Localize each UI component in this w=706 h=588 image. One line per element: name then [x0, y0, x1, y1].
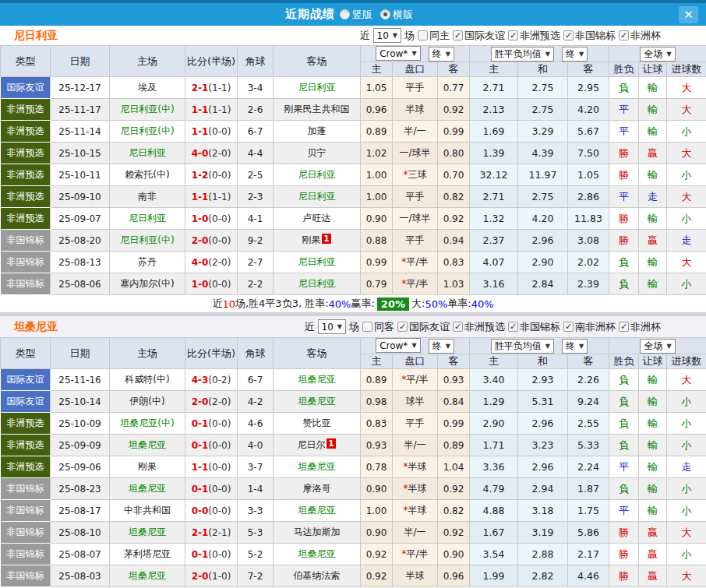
avg-draw-cell: 4.39: [518, 143, 568, 164]
table-row: 非洲预选25-10-09坦桑尼亚(中)0-1(0-0)4-6赞比亚0.83平手0…: [1, 413, 706, 435]
chevron-down-icon: ▼: [446, 343, 450, 350]
outcome-cell: 勝: [609, 164, 639, 186]
type-cell: 非国锦标: [1, 252, 51, 273]
away-team-cell: 赞比亚: [274, 413, 361, 435]
corners-cell: 2-2: [238, 273, 274, 295]
match-count-select[interactable]: 10▼: [373, 28, 401, 43]
outcome-cell: 勝: [609, 544, 639, 565]
team-label: 中非共和国: [124, 505, 171, 516]
date-cell: 25-08-20: [51, 230, 110, 252]
table-row: 国际友谊25-12-17埃及2-1(1-1)3-4尼日利亚1.05平手0.772…: [1, 77, 706, 99]
score-cell: 1-2(0-0): [185, 164, 238, 186]
home-team-cell: 伊朗(中): [110, 391, 185, 413]
home-team-cell: 尼日利亚(中): [110, 230, 185, 252]
avg-lose-cell: 7.50: [568, 143, 609, 164]
summary-segment: 40%: [471, 298, 494, 310]
home-team-cell: 坦桑尼亚: [110, 435, 185, 456]
competition-checkbox[interactable]: 非洲杯: [619, 29, 661, 43]
final-odds-select[interactable]: 终▼: [429, 339, 454, 354]
chevron-down-icon: ▼: [666, 343, 671, 350]
same-venue-checkbox[interactable]: 同客: [362, 320, 394, 334]
filter-near-label: 近: [360, 29, 370, 43]
competition-checkbox[interactable]: 非洲预选: [453, 320, 505, 334]
away-odds-cell: 0.92: [438, 522, 470, 544]
date-cell: 25-09-06: [51, 456, 110, 478]
checkbox-icon: [619, 30, 629, 40]
col-handicap-result: 让球: [639, 62, 667, 77]
avg-final-select[interactable]: 终▼: [562, 47, 588, 62]
bookmaker-select[interactable]: Crow*▼: [376, 338, 420, 353]
scope-select[interactable]: 全场▼: [640, 339, 675, 354]
away-odds-cell: 0.99: [438, 121, 470, 143]
halftime-score: (2-0): [208, 396, 231, 407]
bookmaker-select[interactable]: Crow*▼: [376, 46, 420, 61]
checkbox-label: 非国锦标: [520, 320, 560, 334]
corners-cell: 6-7: [238, 121, 274, 143]
handicap-result-cell: 輸: [639, 99, 667, 121]
competition-checkbox[interactable]: 国际友谊: [453, 29, 505, 43]
layout-radio-option[interactable]: 横版: [380, 8, 413, 22]
avg-type-select[interactable]: 胜平负均值▼: [491, 47, 554, 62]
competition-checkbox[interactable]: 非国锦标: [508, 320, 560, 334]
score-cell: 1-0(0-0): [185, 273, 238, 295]
final-odds-select[interactable]: 终▼: [429, 47, 454, 62]
record-summary: 近10场,胜4平3负3, 胜率:40% 赢率:20% 大:50% 单率:40%: [0, 295, 706, 312]
handicap-result-cell: 輸: [639, 164, 667, 186]
away-team-cell: 坦桑尼亚: [274, 544, 361, 565]
avg-win-cell: 1.67: [470, 522, 518, 544]
checkbox-icon: [397, 322, 408, 332]
checkbox-label: 非洲杯: [630, 320, 661, 334]
goals-result-cell: 大: [667, 99, 706, 121]
halftime-score: (0-0): [208, 462, 231, 473]
checkbox-label: 同客: [374, 320, 394, 334]
competition-checkbox[interactable]: 南非洲杯: [563, 320, 616, 334]
avg-lose-cell: 2.26: [568, 369, 609, 391]
fulltime-score: 0-0: [192, 505, 209, 516]
summary-segment: 近: [212, 297, 222, 311]
team-label: 坦桑尼亚: [129, 439, 166, 450]
date-cell: 25-09-07: [51, 208, 110, 230]
avg-group-header: 胜平负均值▼ 终▼: [470, 338, 609, 354]
col-home: 主场: [110, 338, 185, 369]
chevron-down-icon: ▼: [411, 342, 416, 349]
scope-select[interactable]: 全场▼: [640, 47, 675, 62]
corners-cell: 7-2: [238, 565, 274, 587]
fulltime-score: 0-1: [192, 484, 209, 495]
score-cell: 1-1(0-0): [185, 121, 238, 143]
fulltime-score: 4-0: [192, 148, 209, 159]
checkbox-icon: [563, 30, 574, 40]
score-cell: 2-0(2-0): [185, 391, 238, 413]
col-handicap: 盘口: [393, 354, 438, 369]
outcome-cell: 負: [609, 478, 639, 500]
competition-checkbox[interactable]: 国际友谊: [397, 320, 450, 334]
score-cell: 4-0(2-0): [185, 252, 238, 273]
halftime-score: (2-1): [208, 527, 231, 538]
fulltime-score: 1-1: [192, 126, 209, 137]
chevron-down-icon: ▼: [337, 323, 342, 330]
team-name: 尼日利亚: [14, 29, 58, 43]
competition-checkbox[interactable]: 非洲杯: [619, 320, 661, 334]
close-button[interactable]: ✕: [679, 6, 698, 23]
col-odds-away: 客: [438, 62, 470, 77]
type-cell: 非国锦标: [1, 478, 51, 500]
match-count-select[interactable]: 10▼: [318, 319, 346, 334]
col-date: 日期: [51, 338, 110, 369]
away-odds-cell: 0.70: [438, 164, 470, 186]
score-cell: 0-0(0-0): [185, 500, 238, 522]
avg-type-select[interactable]: 胜平负均值▼: [491, 339, 554, 354]
checkbox-label: 非洲杯: [630, 29, 661, 43]
same-venue-checkbox[interactable]: 同主: [418, 29, 450, 43]
layout-radio-option[interactable]: 竖版: [340, 8, 372, 22]
halftime-score: (2-0): [208, 257, 231, 268]
home-team-cell: 坦桑尼亚: [110, 478, 185, 500]
fulltime-score: 1-0: [192, 279, 209, 290]
section-header-tanzania: 坦桑尼亚 近10▼场同客国际友谊非洲预选非国锦标南非洲杯非洲杯: [0, 316, 706, 337]
competition-checkbox[interactable]: 非洲预选: [508, 29, 560, 43]
competition-checkbox[interactable]: 非国锦标: [563, 29, 616, 43]
handicap-result-cell: 走: [639, 186, 667, 208]
fulltime-score: 0-1: [192, 418, 209, 429]
avg-lose-cell: 1.75: [568, 500, 609, 522]
handicap-result-cell: 輸: [639, 413, 667, 435]
home-team-cell: 茅利塔尼亚: [110, 544, 185, 565]
avg-final-select[interactable]: 终▼: [562, 339, 588, 354]
